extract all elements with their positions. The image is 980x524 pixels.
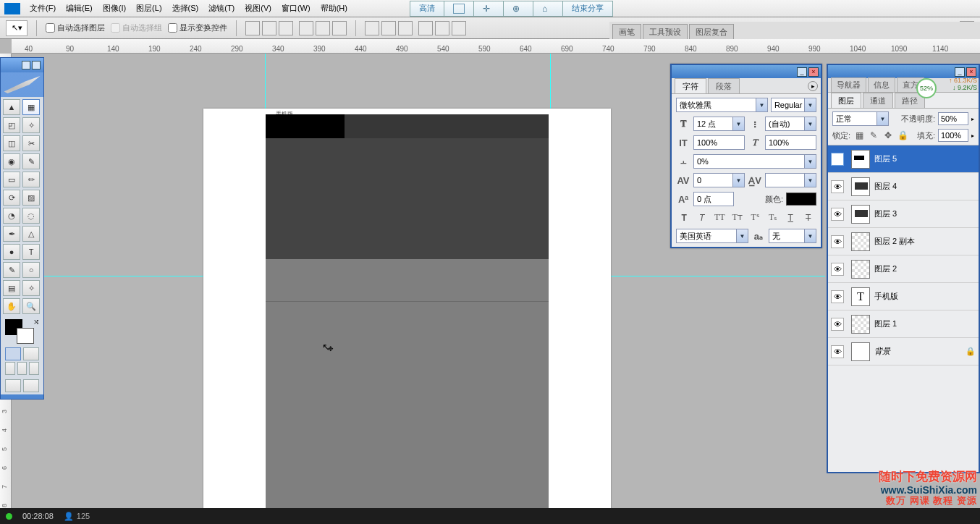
hscale-input[interactable]: 100% xyxy=(765,135,816,150)
distribute-btn[interactable] xyxy=(381,21,396,35)
align-btn[interactable] xyxy=(262,21,276,35)
tool-button[interactable]: ◌ xyxy=(22,208,40,224)
tool-button[interactable]: ✂ xyxy=(22,135,40,151)
visibility-toggle-icon[interactable]: 👁 xyxy=(831,180,844,193)
distribute-btn[interactable] xyxy=(452,21,466,35)
layer-name[interactable]: 图层 2 副本 xyxy=(874,236,976,247)
tab-character[interactable]: 字符 xyxy=(675,78,706,93)
layer-thumbnail[interactable] xyxy=(851,150,870,169)
tool-button[interactable]: ✎ xyxy=(22,153,40,169)
tool-button[interactable]: ✋ xyxy=(3,298,20,314)
screen-mode-2-icon[interactable] xyxy=(17,362,28,375)
tool-button[interactable]: ✧ xyxy=(22,280,40,296)
visibility-toggle-icon[interactable]: 👁 xyxy=(831,153,844,166)
layer-row[interactable]: 👁背景🔒 xyxy=(828,338,979,365)
share-rect-button[interactable] xyxy=(444,1,474,17)
font-family-select[interactable]: 微软雅黑▼ xyxy=(676,98,768,112)
tool-button[interactable]: ○ xyxy=(22,262,40,278)
menu-window[interactable]: 窗口(W) xyxy=(276,1,316,16)
tab-layers[interactable]: 图层 xyxy=(831,93,861,108)
quickmask-mode-icon[interactable] xyxy=(23,347,39,360)
swap-colors-icon[interactable]: ⤭ xyxy=(33,318,39,326)
jump-arrow-icon[interactable] xyxy=(23,379,39,392)
layer-row[interactable]: 👁图层 3 xyxy=(828,200,979,228)
bold-icon[interactable]: T xyxy=(678,212,690,223)
align-btn[interactable] xyxy=(332,21,347,35)
share-zoom-button[interactable]: ⊕ xyxy=(503,1,533,17)
strike-icon[interactable]: T xyxy=(803,212,814,223)
menu-edit[interactable]: 编辑(E) xyxy=(61,1,98,16)
tool-button[interactable]: ● xyxy=(3,244,20,260)
superscript-icon[interactable]: Tˢ xyxy=(749,212,761,223)
visibility-toggle-icon[interactable]: 👁 xyxy=(831,345,844,358)
subscript-icon[interactable]: Tₛ xyxy=(767,212,779,223)
visibility-toggle-icon[interactable]: 👁 xyxy=(831,208,844,221)
opacity-input[interactable]: 50% xyxy=(938,112,968,125)
tool-button[interactable]: ▦ xyxy=(22,99,40,115)
auto-select-layer-check[interactable]: 自动选择图层 xyxy=(46,22,105,33)
tab-paragraph[interactable]: 段落 xyxy=(708,78,740,93)
share-target-button[interactable]: ✛ xyxy=(473,1,504,17)
menu-help[interactable]: 帮助(H) xyxy=(316,1,352,16)
blend-mode-select[interactable]: 正常▼ xyxy=(832,111,889,126)
tab-navigator[interactable]: 导航器 xyxy=(831,77,866,92)
minimize-icon[interactable]: _ xyxy=(955,67,965,77)
lock-transparent-icon[interactable]: ▦ xyxy=(853,130,865,141)
antialias-select[interactable]: 无▼ xyxy=(769,229,816,243)
tool-button[interactable]: ◔ xyxy=(3,208,20,224)
layer-thumbnail[interactable] xyxy=(851,205,870,224)
ruler-horizontal[interactable]: 4090140190240290340390440490540590640690… xyxy=(12,39,980,54)
tool-button[interactable]: ✒ xyxy=(3,226,20,242)
text-color-swatch[interactable] xyxy=(786,193,816,206)
kerning2-select[interactable]: ▼ xyxy=(765,173,816,187)
layer-name[interactable]: 图层 5 xyxy=(874,153,976,164)
italic-icon[interactable]: T xyxy=(696,212,708,223)
tool-button[interactable]: ▭ xyxy=(3,172,20,187)
tool-button[interactable]: ✧ xyxy=(22,117,40,133)
character-panel-titlebar[interactable]: _ × xyxy=(672,65,821,78)
menu-view[interactable]: 视图(V) xyxy=(240,1,276,16)
layer-thumbnail[interactable] xyxy=(851,315,870,334)
screen-mode-3-icon[interactable] xyxy=(29,362,39,375)
layer-row[interactable]: 👁图层 5 xyxy=(828,145,979,173)
smallcaps-icon[interactable]: Tᴛ xyxy=(732,212,743,223)
panel-menu-icon[interactable]: ▸ xyxy=(808,81,818,91)
tracking-select[interactable]: 0%▼ xyxy=(693,154,816,169)
align-btn[interactable] xyxy=(279,21,293,35)
fill-input[interactable]: 100% xyxy=(938,129,968,142)
layer-name[interactable]: 背景 xyxy=(874,346,961,357)
toolbox-min-icon[interactable] xyxy=(22,61,30,69)
tool-button[interactable]: ◰ xyxy=(3,117,20,133)
distribute-btn[interactable] xyxy=(398,21,413,35)
tab-info[interactable]: 信息 xyxy=(868,77,895,92)
document-canvas[interactable]: 手机版 xyxy=(203,109,611,524)
layer-thumbnail[interactable] xyxy=(851,342,870,361)
baseline-shift-input[interactable]: 0 点 xyxy=(693,192,734,206)
share-hd-button[interactable]: 高清 xyxy=(410,1,444,17)
layer-thumbnail[interactable] xyxy=(851,232,870,251)
menu-image[interactable]: 图像(I) xyxy=(98,1,131,16)
distribute-btn[interactable] xyxy=(435,21,449,35)
layer-thumbnail[interactable] xyxy=(851,260,870,279)
visibility-toggle-icon[interactable]: 👁 xyxy=(831,235,844,248)
menu-filter[interactable]: 滤镜(T) xyxy=(203,1,240,16)
mini-tab-tool-presets[interactable]: 工具预设 xyxy=(643,24,688,40)
language-select[interactable]: 美国英语▼ xyxy=(676,229,748,243)
close-icon[interactable]: × xyxy=(808,67,819,77)
tool-button[interactable]: △ xyxy=(22,226,40,242)
layer-row[interactable]: 👁图层 4 xyxy=(828,173,979,200)
visibility-toggle-icon[interactable]: 👁 xyxy=(831,290,844,303)
tool-button[interactable]: ✎ xyxy=(3,262,20,278)
tool-button[interactable]: ▨ xyxy=(22,190,40,206)
menu-layer[interactable]: 图层(L) xyxy=(131,1,166,16)
minimize-icon[interactable]: _ xyxy=(797,67,807,77)
show-transform-check[interactable]: 显示变换控件 xyxy=(168,22,227,33)
layer-name[interactable]: 图层 2 xyxy=(874,263,976,274)
toolbox-close-icon[interactable] xyxy=(32,61,41,69)
jump-to-icon[interactable] xyxy=(5,379,21,392)
screen-mode-1-icon[interactable] xyxy=(5,362,15,375)
visibility-toggle-icon[interactable]: 👁 xyxy=(831,318,844,331)
lock-all-icon[interactable]: 🔒 xyxy=(897,130,908,141)
distribute-btn[interactable] xyxy=(365,21,379,35)
layer-name[interactable]: 手机版 xyxy=(874,291,976,302)
